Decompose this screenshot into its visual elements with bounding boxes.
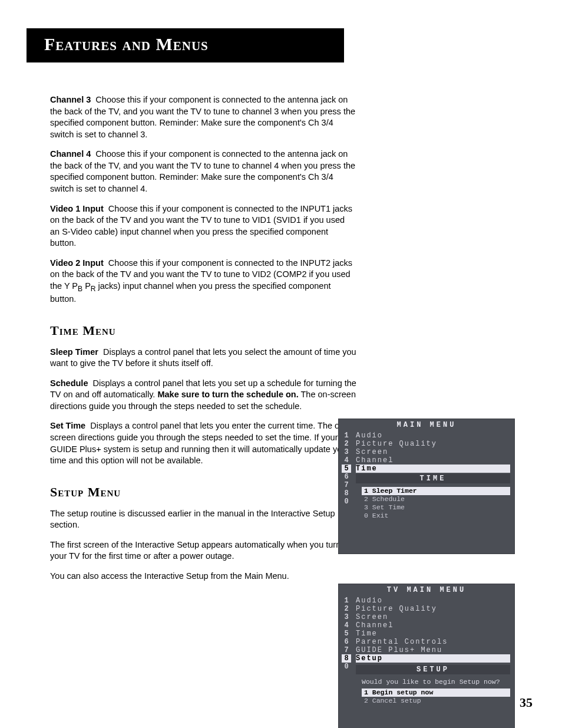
menu-num-2: 2 [342,440,351,448]
para-channel-3: Channel 3 Choose this if your component … [50,94,356,140]
main-text-column: Channel 3 Choose this if your component … [50,94,356,582]
label-video-1: Video 1 Input [50,204,104,213]
menu-num-8: 8 [342,489,351,498]
submenu-time-items: 1 Sleep Timer 2 Schedule 3 Set Time 0 Ex… [362,487,510,520]
menu-title-tv-main: TV MAIN MENU [338,584,515,597]
text-video-2b: P [82,281,91,291]
menu-item-channel: Channel [356,456,510,465]
submenu-setup-items: Would you like to begin Setup now? 1 Beg… [362,678,510,705]
menu2-item-screen: Screen [356,613,510,621]
menu-num-5: 5 [342,465,351,473]
text-channel-4: Choose this if your component is connect… [50,149,355,193]
menu-num-6: 6 [342,473,351,481]
para-setup-2: The first screen of the Interactive Setu… [50,539,356,562]
menu2-item-parental: Parental Controls [356,638,510,646]
menu2-num-6: 6 [342,638,351,646]
menu-item-time: Time [356,465,510,473]
menu-num-1: 1 [342,431,351,440]
text-channel-3: Choose this if your component is connect… [50,95,355,139]
para-setup-3: You can also access the Interactive Setu… [50,571,356,582]
para-video-1: Video 1 Input Choose this if your compon… [50,203,356,249]
label-set-time: Set Time [50,421,85,430]
menu-number-column: 1 2 3 4 5 6 7 8 0 [342,431,351,506]
subscript-b: B [78,285,82,293]
submenu-title-time: TIME [356,474,510,483]
submenu-cancel-setup: 2 Cancel setup [362,697,510,705]
tv-menu-setup-box: TV MAIN MENU 1 2 3 4 5 6 7 8 0 Audio Pic… [338,584,515,728]
label-channel-3: Channel 3 [50,95,91,104]
text-schedule-bold: Make sure to turn the schedule on. [157,390,298,399]
menu2-num-8: 8 [342,654,351,663]
menu2-num-2: 2 [342,605,351,613]
menu2-num-4: 4 [342,621,351,630]
submenu-title-setup: SETUP [356,665,510,674]
para-sleep-timer: Sleep Timer Displays a control panel tha… [50,347,356,370]
menu2-item-setup: Setup [356,654,510,663]
label-schedule: Schedule [50,378,88,388]
menu2-item-time: Time [356,630,510,638]
page-title-bar: Features and Menus [27,28,344,62]
para-set-time: Set Time Displays a control panel that l… [50,420,356,466]
menu-num-3: 3 [342,448,351,456]
submenu-schedule: 2 Schedule [362,495,510,503]
tv-menu-time-box: MAIN MENU 1 2 3 4 5 6 7 8 0 Audio Pictur… [338,419,515,554]
menu2-item-picture: Picture Quality [356,605,510,613]
menu2-num-7: 7 [342,646,351,654]
submenu-begin-setup: 1 Begin setup now [362,689,510,697]
menu-num-4: 4 [342,456,351,465]
menu2-item-audio: Audio [356,597,510,605]
submenu-exit: 0 Exit [362,512,510,520]
menu-item-audio: Audio [356,431,510,440]
para-setup-1: The setup routine is discussed earlier i… [50,508,356,531]
text-set-time: Displays a control panel that lets you e… [50,421,349,465]
menu-num-7: 7 [342,481,351,489]
submenu-setup-prompt: Would you like to begin Setup now? [362,678,510,686]
para-video-2: Video 2 Input Choose this if your compon… [50,258,356,305]
heading-time-menu: Time Menu [50,323,356,338]
page-number: 35 [520,695,533,710]
menu2-item-channel: Channel [356,621,510,630]
menu2-num-1: 1 [342,597,351,605]
subscript-r: R [91,285,96,293]
menu-item-picture: Picture Quality [356,440,510,448]
menu2-num-3: 3 [342,613,351,621]
label-channel-4: Channel 4 [50,149,91,159]
label-sleep-timer: Sleep Timer [50,347,98,357]
label-video-2: Video 2 Input [50,258,104,268]
para-channel-4: Channel 4 Choose this if your component … [50,149,356,195]
menu2-number-column: 1 2 3 4 5 6 7 8 0 [342,597,351,671]
submenu-sleep-timer: 1 Sleep Timer [362,487,510,495]
menu-item-screen: Screen [356,448,510,456]
para-schedule: Schedule Displays a control panel that l… [50,378,356,413]
menu-num-0: 0 [342,498,351,506]
menu-title-main: MAIN MENU [338,419,515,431]
menu2-num-0: 0 [342,663,351,671]
menu2-num-5: 5 [342,630,351,638]
menu2-item-guide: GUIDE Plus+ Menu [356,646,510,654]
heading-setup-menu: Setup Menu [50,485,356,500]
submenu-set-time: 3 Set Time [362,503,510,512]
